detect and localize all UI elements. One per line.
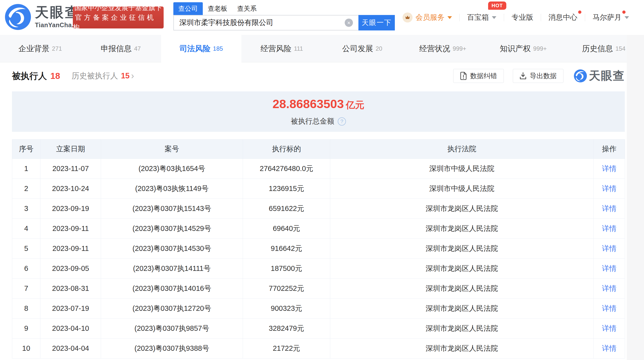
divider: [460, 14, 460, 21]
row-no: 4: [12, 219, 40, 239]
row-no: 6: [12, 259, 40, 279]
search-tab-3[interactable]: 查关系: [232, 2, 262, 15]
row-date: 2023-04-10: [40, 318, 101, 338]
row-no: 2: [12, 179, 40, 199]
nav-tab-label: 经营风险: [260, 44, 291, 54]
watermark-text: 天眼查: [589, 68, 625, 84]
row-action-cell: 详情: [594, 239, 625, 259]
executed-table-wrap: 序号立案日期案号执行标的执行法院操作 12023-11-07(2023)粤03执…: [12, 139, 625, 358]
total-amount-unit: 亿元: [346, 99, 364, 111]
row-case-no: (2023)粤0307执9388号: [101, 338, 243, 358]
row-no: 3: [12, 199, 40, 219]
row-case-no: (2023)粤0307执14530号: [101, 239, 243, 259]
detail-link[interactable]: 详情: [602, 344, 616, 352]
row-court: 深圳市龙岗区人民法院: [330, 259, 594, 279]
row-action-cell: 详情: [594, 299, 625, 318]
notification-dot: [578, 11, 582, 14]
row-date: 2023-09-11: [40, 239, 101, 259]
divider: [541, 14, 541, 21]
table-row: 52023-09-11(2023)粤0307执14530号916642元深圳市龙…: [12, 239, 625, 259]
notification-dot: [622, 11, 626, 14]
total-amount: 28.86863503 亿元: [272, 97, 364, 111]
top-header: 天眼查 TianYanCha.com 国家中小企业发展子基金旗下 官方备案企业征…: [0, 0, 644, 35]
row-case-no: (2023)粤03执1654号: [101, 159, 243, 179]
clear-icon[interactable]: ×: [345, 19, 353, 27]
search-button[interactable]: 天眼一下: [358, 15, 395, 31]
nav-tab-label: 公司发展: [342, 44, 373, 54]
export-data-button[interactable]: 导出数据: [513, 69, 564, 83]
detail-link[interactable]: 详情: [602, 184, 616, 192]
user-account-menu[interactable]: 马尔萨月: [592, 13, 629, 23]
nav-tab-label: 申报信息: [101, 44, 132, 54]
membership-menu[interactable]: 会员服务: [402, 13, 452, 23]
row-target: 7702252元: [243, 279, 330, 299]
row-case-no: (2023)粤0307执9857号: [101, 318, 243, 338]
nav-tab-count: 999+: [453, 45, 466, 52]
row-action-cell: 详情: [594, 338, 625, 358]
nav-tab-4[interactable]: 经营风险111: [242, 35, 322, 62]
nav-tab-5[interactable]: 公司发展20: [322, 35, 402, 62]
history-count: 15: [121, 71, 130, 80]
hot-badge: HOT: [488, 2, 506, 10]
nav-tab-3[interactable]: 司法风险185: [161, 35, 242, 62]
row-target: 3282479元: [243, 318, 330, 338]
nav-tab-label: 历史信息: [582, 44, 613, 54]
row-target: 900323元: [243, 299, 330, 318]
row-no: 8: [12, 299, 40, 318]
row-target: 21722元: [243, 338, 330, 358]
certification-badge: 国家中小企业发展子基金旗下 官方备案企业征信机构: [73, 7, 164, 29]
nav-tab-6[interactable]: 经营状况999+: [402, 35, 483, 62]
pro-version-link[interactable]: 专业版: [512, 13, 533, 23]
row-target: 187500元: [243, 259, 330, 279]
export-data-label: 导出数据: [530, 71, 557, 80]
certification-line2: 官方备案企业征信机构: [73, 13, 164, 32]
nav-tab-1[interactable]: 企业背景271: [0, 35, 80, 62]
detail-link[interactable]: 详情: [602, 165, 616, 173]
table-row: 32023-09-19(2023)粤0307执15143号6591622元深圳市…: [12, 199, 625, 219]
row-action-cell: 详情: [594, 219, 625, 239]
table-row: 102023-04-04(2023)粤0307执9388号21722元深圳市龙岗…: [12, 338, 625, 358]
search-tab-1[interactable]: 查公司: [173, 2, 203, 15]
column-header: 执行法院: [330, 140, 594, 159]
nav-tab-count: 271: [52, 45, 62, 52]
detail-link[interactable]: 详情: [602, 284, 616, 292]
detail-link[interactable]: 详情: [602, 264, 616, 272]
nav-tab-7[interactable]: 知识产权999+: [483, 35, 564, 62]
row-court: 深圳市龙岗区人民法院: [330, 219, 594, 239]
detail-link[interactable]: 详情: [602, 204, 616, 212]
table-header-row: 序号立案日期案号执行标的执行法院操作: [12, 140, 625, 159]
section-header: 被执行人 18 历史被执行人 15 › 数据纠错: [12, 68, 625, 84]
detail-link[interactable]: 详情: [602, 304, 616, 312]
search-tab-2[interactable]: 查老板: [203, 2, 232, 15]
row-date: 2023-09-19: [40, 199, 101, 219]
data-correction-label: 数据纠错: [470, 71, 497, 80]
certification-line1: 国家中小企业发展子基金旗下: [74, 3, 162, 13]
row-no: 9: [12, 318, 40, 338]
detail-link[interactable]: 详情: [602, 224, 616, 232]
row-court: 深圳市龙岗区人民法院: [330, 199, 594, 219]
help-icon[interactable]: ?: [338, 117, 346, 126]
section-count: 18: [50, 71, 60, 81]
search-row: × 天眼一下: [173, 15, 395, 31]
row-case-no: (2023)粤0307执12720号: [101, 299, 243, 318]
scrollbar-gutter[interactable]: [627, 35, 644, 360]
data-correction-button[interactable]: 数据纠错: [453, 69, 504, 83]
crown-icon: [402, 13, 412, 23]
search-input[interactable]: [174, 16, 358, 30]
detail-link[interactable]: 详情: [602, 324, 616, 332]
row-no: 7: [12, 279, 40, 299]
table-row: 12023-11-07(2023)粤03执1654号2764276480.0元深…: [12, 159, 625, 179]
row-target: 2764276480.0元: [243, 159, 330, 179]
row-case-no: (2023)粤0307执15143号: [101, 199, 243, 219]
nav-tab-count: 47: [134, 45, 141, 52]
section-header-right: 数据纠错 导出数据 天眼查: [444, 68, 625, 84]
tianyancha-swirl-icon: [5, 4, 31, 30]
detail-link[interactable]: 详情: [602, 244, 616, 252]
message-center-link[interactable]: 消息中心: [548, 13, 578, 23]
history-executed-link[interactable]: 历史被执行人 15 ›: [72, 71, 134, 81]
table-row: 22023-10-24(2023)粤03执恢1149号1236915元深圳市中级…: [12, 179, 625, 199]
toolbox-menu[interactable]: 百宝箱 HOT: [467, 13, 496, 23]
chevron-down-icon: [624, 16, 629, 19]
row-action-cell: 详情: [594, 159, 625, 179]
nav-tab-2[interactable]: 申报信息47: [80, 35, 161, 62]
